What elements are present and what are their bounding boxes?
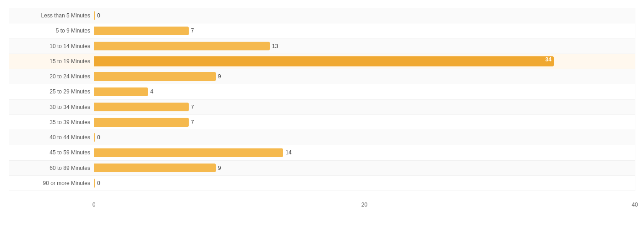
bar-fill [94, 27, 189, 35]
bar-track: 14 [94, 145, 635, 160]
bar-track: 7 [94, 23, 635, 38]
bar-row: 40 to 44 Minutes0 [9, 130, 635, 145]
bar-label: 30 to 34 Minutes [9, 104, 94, 110]
bar-value: 0 [97, 134, 100, 141]
bar-label: 5 to 9 Minutes [9, 27, 94, 34]
bar-label: 60 to 89 Minutes [9, 165, 94, 171]
bar-row: 60 to 89 Minutes9 [9, 161, 635, 176]
grid-line [635, 8, 635, 191]
bar-value: 34 [545, 56, 551, 63]
bar-fill [94, 133, 95, 142]
bar-track: 34 [94, 54, 635, 69]
bar-value: 4 [150, 88, 153, 95]
bar-row: 10 to 14 Minutes13 [9, 39, 635, 54]
bar-value: 9 [218, 73, 221, 80]
bar-label: 10 to 14 Minutes [9, 43, 94, 49]
bar-track: 0 [94, 8, 635, 23]
bar-track: 0 [94, 130, 635, 145]
bar-label: 35 to 39 Minutes [9, 119, 94, 125]
x-axis-label: 40 [632, 202, 638, 208]
bar-value: 9 [218, 165, 221, 171]
bar-label: 15 to 19 Minutes [9, 58, 94, 65]
bar-fill [94, 148, 283, 157]
bar-track: 9 [94, 161, 635, 175]
bar-fill [94, 179, 95, 187]
bar-row: 25 to 29 Minutes4 [9, 84, 635, 99]
bar-label: 40 to 44 Minutes [9, 134, 94, 141]
bar-fill [94, 42, 270, 50]
chart-area: Less than 5 Minutes05 to 9 Minutes710 to… [9, 8, 635, 202]
x-axis-label: 20 [361, 202, 367, 208]
bar-row: 90 or more Minutes0 [9, 176, 635, 191]
bar-row: 30 to 34 Minutes7 [9, 100, 635, 115]
bar-fill [94, 164, 216, 172]
bar-value: 14 [285, 149, 291, 156]
bar-fill [94, 72, 216, 81]
bar-value: 7 [191, 27, 194, 34]
bar-value: 13 [272, 43, 278, 49]
chart-container: Less than 5 Minutes05 to 9 Minutes710 to… [0, 0, 644, 240]
bar-label: 25 to 29 Minutes [9, 88, 94, 95]
bar-label: 45 to 59 Minutes [9, 149, 94, 156]
bar-fill [94, 87, 148, 96]
bar-track: 13 [94, 39, 635, 54]
bar-row: 20 to 24 Minutes9 [9, 69, 635, 84]
bar-track: 9 [94, 69, 635, 84]
bar-value: 0 [97, 180, 100, 186]
bar-row: 35 to 39 Minutes7 [9, 115, 635, 130]
bar-value: 0 [97, 12, 100, 19]
x-axis: 02040 [9, 191, 635, 202]
bar-fill [94, 11, 95, 20]
bar-rows: Less than 5 Minutes05 to 9 Minutes710 to… [9, 8, 635, 191]
bar-track: 7 [94, 100, 635, 115]
bar-value: 7 [191, 119, 194, 125]
bar-row: Less than 5 Minutes0 [9, 8, 635, 23]
bar-row: 5 to 9 Minutes7 [9, 23, 635, 38]
bar-fill [94, 118, 189, 126]
bar-row: 45 to 59 Minutes14 [9, 145, 635, 160]
bars-section: Less than 5 Minutes05 to 9 Minutes710 to… [9, 8, 635, 202]
bar-value: 7 [191, 104, 194, 110]
bar-label: 90 or more Minutes [9, 180, 94, 186]
bar-fill [94, 103, 189, 111]
bar-track: 0 [94, 176, 635, 191]
bar-row: 15 to 19 Minutes34 [9, 54, 635, 69]
x-axis-label: 0 [93, 202, 96, 208]
bar-fill: 34 [94, 56, 554, 67]
bar-track: 7 [94, 115, 635, 130]
bar-label: Less than 5 Minutes [9, 12, 94, 19]
bar-track: 4 [94, 84, 635, 99]
bar-label: 20 to 24 Minutes [9, 73, 94, 80]
